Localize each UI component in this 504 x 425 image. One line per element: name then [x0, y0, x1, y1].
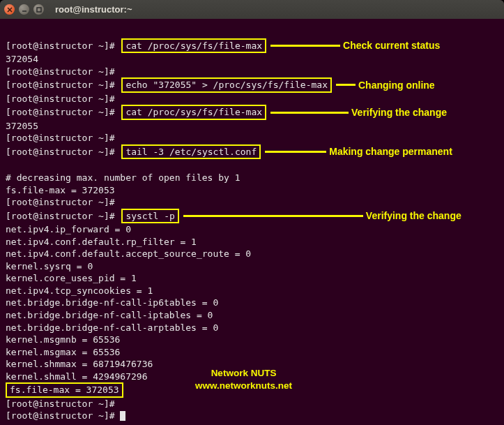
prompt: [root@instructor ~]# [6, 106, 120, 119]
prompt: [root@instructor ~]# [6, 132, 120, 144]
tail-output-a: # decreasing max. number of open files b… [6, 172, 498, 184]
prompt-line-cursor: [root@instructor ~]# [6, 410, 498, 422]
brand-name: Network NUTS [195, 367, 292, 380]
prompt: [root@instructor ~]# [6, 398, 120, 410]
output-1: 372054 [6, 53, 498, 66]
annotation-4: Making change permanent [329, 145, 452, 158]
command-2: echo "372055" > /proc/sys/fs/file-max [121, 77, 332, 93]
sysctl-line: net.bridge.bridge-nf-call-ip6tables = 0 [6, 297, 498, 309]
empty-line [6, 26, 498, 38]
prompt: [root@instructor ~]# [6, 146, 120, 158]
prompt: [root@instructor ~]# [6, 210, 120, 223]
annotation-2: Changing online [358, 79, 435, 92]
prompt-line-empty: [root@instructor ~]# [6, 398, 498, 410]
annotation-5: Verifying the change [366, 209, 461, 223]
sysctl-line: net.bridge.bridge-nf-call-arptables = 0 [6, 322, 498, 334]
prompt-line-empty: [root@instructor ~]# [6, 132, 498, 144]
brand-url: www.networknuts.net [195, 380, 292, 392]
command-3: cat /proc/sys/fs/file-max [121, 105, 266, 120]
prompt-line-empty: [root@instructor ~]# [6, 66, 498, 78]
prompt-line-5: [root@instructor ~]# sysctl -p Verifying… [6, 209, 498, 224]
prompt-line-2: [root@instructor ~]# echo "372055" > /pr… [6, 77, 498, 93]
minimize-icon[interactable] [19, 4, 29, 15]
sysctl-line: kernel.core_uses_pid = 1 [6, 272, 498, 285]
command-5: sysctl -p [121, 209, 178, 224]
prompt: [root@instructor ~]# [6, 410, 120, 422]
empty-line [6, 159, 498, 172]
prompt: [root@instructor ~]# [6, 66, 120, 78]
prompt: [root@instructor ~]# [6, 196, 120, 209]
cursor [120, 411, 125, 421]
sysctl-line: net.ipv4.tcp_syncookies = 1 [6, 285, 498, 297]
prompt: [root@instructor ~]# [6, 40, 120, 52]
terminal-body[interactable]: [root@instructor ~]# cat /proc/sys/fs/fi… [0, 19, 504, 425]
prompt-line-empty: [root@instructor ~]# [6, 93, 498, 105]
annotation-3: Verifying the change [351, 106, 447, 119]
branding: Network NUTS www.networknuts.net [195, 367, 292, 392]
sysctl-line: net.ipv4.conf.default.accept_source_rout… [6, 248, 498, 260]
titlebar: root@instructor:~ [0, 0, 504, 19]
sysctl-line: net.ipv4.conf.default.rp_filter = 1 [6, 236, 498, 248]
connector-line [270, 112, 349, 114]
command-1: cat /proc/sys/fs/file-max [121, 38, 266, 54]
sysctl-line: kernel.msgmax = 65536 [6, 346, 498, 359]
svg-rect-3 [37, 8, 41, 12]
prompt: [root@instructor ~]# [6, 93, 120, 105]
maximize-icon[interactable] [33, 4, 44, 15]
sysctl-line: kernel.sysrq = 0 [6, 260, 498, 273]
prompt-line-3: [root@instructor ~]# cat /proc/sys/fs/fi… [6, 105, 498, 120]
connector-line [265, 151, 326, 153]
connector-line [336, 84, 356, 86]
highlighted-output: fs.file-max = 372053 [6, 382, 123, 398]
tail-output-b: fs.file-max = 372053 [6, 184, 498, 197]
sysctl-output: net.ipv4.ip_forward = 0net.ipv4.conf.def… [6, 223, 498, 382]
sysctl-line: kernel.msgmnb = 65536 [6, 334, 498, 346]
close-icon[interactable] [4, 4, 15, 15]
terminal-window: root@instructor:~ [root@instructor ~]# c… [0, 0, 504, 425]
prompt: [root@instructor ~]# [6, 79, 120, 91]
prompt-line-1: [root@instructor ~]# cat /proc/sys/fs/fi… [6, 38, 498, 54]
annotation-1: Check current status [343, 39, 440, 52]
connector-line [183, 215, 363, 217]
command-4: tail -3 /etc/sysctl.conf [121, 144, 261, 160]
prompt-line-empty: [root@instructor ~]# [6, 196, 498, 209]
sysctl-line: net.bridge.bridge-nf-call-iptables = 0 [6, 309, 498, 322]
window-title: root@instructor:~ [55, 4, 132, 15]
output-3: 372055 [6, 120, 498, 133]
sysctl-line: net.ipv4.ip_forward = 0 [6, 223, 498, 236]
prompt-line-4: [root@instructor ~]# tail -3 /etc/sysctl… [6, 144, 498, 160]
connector-line [270, 45, 340, 47]
